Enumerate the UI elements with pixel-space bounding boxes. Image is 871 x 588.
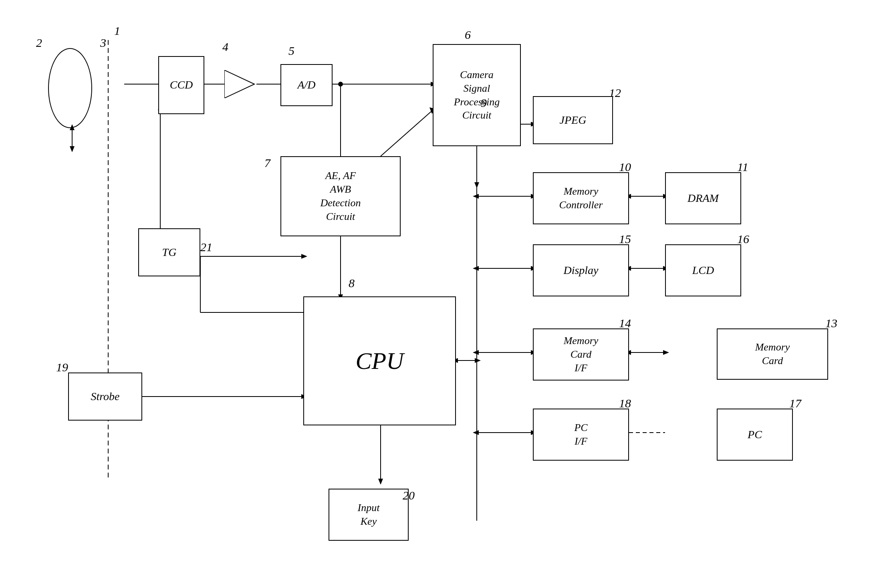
label-21: 21 — [200, 240, 212, 254]
lens-oval — [48, 48, 92, 128]
label-20: 20 — [403, 489, 415, 502]
label-19: 19 — [56, 360, 68, 374]
jpeg-block: JPEG — [533, 96, 613, 144]
pc-if-block: PCI/F — [533, 409, 629, 461]
svg-marker-25 — [473, 194, 479, 199]
camera-signal-block: CameraSignalProcessingCircuit — [433, 44, 521, 146]
memory-card-if-block: MemoryCardI/F — [533, 328, 629, 381]
svg-line-15 — [381, 110, 433, 156]
svg-marker-40 — [473, 350, 479, 355]
label-15: 15 — [619, 232, 631, 246]
label-4: 4 — [222, 40, 228, 54]
ccd-block: CCD — [158, 56, 204, 114]
label-10: 10 — [619, 160, 631, 174]
memory-card-block: MemoryCard — [717, 328, 828, 380]
svg-marker-30 — [475, 358, 481, 363]
label-2: 2 — [36, 36, 42, 50]
svg-marker-14 — [474, 182, 479, 188]
svg-marker-62 — [70, 146, 75, 152]
dram-block: DRAM — [665, 172, 741, 224]
svg-marker-49 — [378, 479, 383, 485]
svg-marker-4 — [224, 82, 230, 87]
pc-block: PC — [717, 409, 793, 461]
svg-marker-46 — [473, 430, 479, 435]
label-12: 12 — [609, 86, 621, 100]
memory-controller-block: MemoryController — [533, 172, 629, 224]
display-block: Display — [533, 244, 629, 296]
svg-marker-34 — [473, 266, 479, 271]
label-14: 14 — [619, 316, 631, 330]
label-5: 5 — [288, 44, 294, 58]
label-7: 7 — [264, 156, 270, 170]
label-18: 18 — [619, 397, 631, 410]
strobe-block: Strobe — [68, 373, 142, 421]
svg-marker-56 — [301, 254, 307, 259]
label-6: 6 — [465, 28, 471, 42]
label-16: 16 — [737, 232, 749, 246]
lcd-block: LCD — [665, 244, 741, 296]
ad-block: A/D — [280, 64, 333, 106]
svg-point-8 — [338, 82, 343, 87]
label-13: 13 — [825, 316, 837, 330]
label-1: 1 — [114, 24, 120, 38]
svg-marker-42 — [663, 350, 669, 355]
tg-block: TG — [138, 228, 200, 276]
label-9: 9 — [481, 96, 487, 110]
cpu-block: CPU — [303, 296, 456, 425]
ae-af-block: AE, AFAWBDetectionCircuit — [280, 156, 401, 236]
label-8: 8 — [349, 276, 355, 290]
diagram: 2 1 3 CCD 4 A/D 5 CameraSignalProcessing… — [0, 0, 871, 588]
input-key-block: InputKey — [329, 489, 409, 541]
svg-marker-63 — [224, 70, 254, 98]
label-11: 11 — [737, 160, 748, 174]
label-17: 17 — [789, 397, 801, 410]
label-3: 3 — [100, 36, 106, 50]
